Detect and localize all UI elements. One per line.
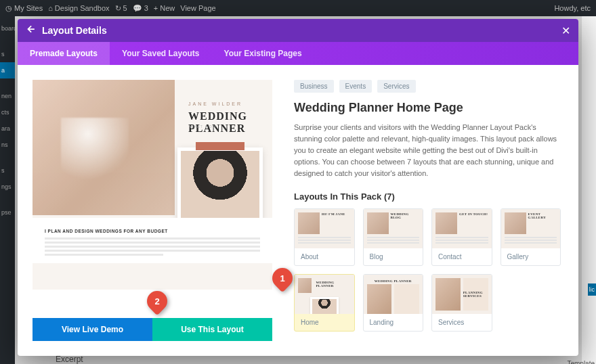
pack-card-landing[interactable]: WEDDING PLANNERLanding [363, 274, 424, 332]
preview-strip-heading: I PLAN AND DESIGN WEDDINGS FOR ANY BUDGE… [45, 229, 260, 233]
preview-hero-image [33, 80, 175, 215]
modal-header: Layout Details ✕ [18, 19, 578, 42]
pack-label: Services [432, 314, 492, 331]
pack-card-services[interactable]: PLANNING SERVICESServices [431, 274, 492, 332]
sidebar-item[interactable]: pse [0, 204, 15, 221]
pack-card-contact[interactable]: GET IN TOUCH!Contact [431, 208, 492, 266]
adminbar-comments[interactable]: 💬 3 [133, 4, 148, 13]
pack-label: Blog [364, 248, 423, 265]
preview-badge [196, 142, 244, 150]
home-icon: ⌂ [48, 4, 53, 12]
pack-card-gallery[interactable]: EVENT GALLERYGallery [501, 208, 561, 266]
pack-thumb: EVENT GALLERY [501, 209, 561, 248]
sidebar-item[interactable] [0, 37, 15, 46]
pack-section-heading: Layouts In This Pack (7) [294, 191, 561, 202]
modal-tabs: Premade LayoutsYour Saved LayoutsYour Ex… [18, 42, 578, 65]
pack-thumb: WEDDING PLANNER [295, 275, 354, 314]
layout-heading: Wedding Planner Home Page [294, 101, 561, 115]
preview-text-strip: I PLAN AND DESIGN WEDDINGS FOR ANY BUDGE… [33, 218, 272, 263]
sidebar-item[interactable]: cts [0, 104, 15, 120]
adminbar-site-name[interactable]: ⌂ Design Sandbox [48, 4, 109, 12]
modal-title: Layout Details [42, 25, 107, 36]
close-icon[interactable]: ✕ [561, 24, 570, 37]
details-column: BusinessEventsServices Wedding Planner H… [287, 65, 578, 356]
preview-column: JANE WILDER WEDDING PLANNER WHAT I DO I … [18, 65, 287, 356]
view-live-demo-button[interactable]: View Live Demo [33, 318, 152, 341]
plus-icon: + [154, 4, 158, 12]
wp-logo-icon: ◷ [5, 4, 12, 13]
publish-button-partial[interactable]: lic [588, 283, 597, 296]
pack-card-home[interactable]: WEDDING PLANNERHome [294, 274, 355, 332]
pack-label: Contact [432, 248, 492, 265]
tab-premade-layouts[interactable]: Premade Layouts [18, 42, 110, 65]
sidebar-item[interactable]: board [0, 20, 15, 37]
layout-preview: JANE WILDER WEDDING PLANNER WHAT I DO I … [33, 80, 272, 290]
pack-thumb: HI! I'M JANE [295, 209, 354, 248]
pack-card-about[interactable]: HI! I'M JANEAbout [294, 208, 355, 266]
preview-tagline: WHAT I DO [190, 124, 216, 129]
tab-your-existing-pages[interactable]: Your Existing Pages [212, 42, 314, 65]
adminbar-view-page[interactable]: View Page [180, 4, 215, 12]
sidebar-item[interactable]: ara [0, 120, 15, 137]
pack-label: Gallery [501, 248, 561, 265]
sidebar-item[interactable] [0, 78, 15, 88]
sidebar-item[interactable]: ngs [0, 179, 15, 195]
sidebar-item[interactable]: a [0, 62, 15, 78]
pack-thumb: PLANNING SERVICES [432, 275, 492, 314]
pack-thumb: GET IN TOUCH! [432, 209, 492, 248]
right-panel-partial: lic Template [581, 16, 596, 364]
layout-details-modal: Layout Details ✕ Premade LayoutsYour Sav… [18, 19, 578, 356]
comment-icon: 💬 [133, 4, 142, 13]
tag-services[interactable]: Services [377, 80, 415, 93]
layout-description: Surprise your clients and visitors with … [294, 122, 561, 179]
use-this-layout-button[interactable]: Use This Layout [152, 318, 272, 341]
sidebar-item[interactable]: s [0, 46, 15, 62]
adminbar-new[interactable]: + New [154, 4, 175, 12]
sidebar-item[interactable]: ns [0, 137, 15, 153]
pack-label: About [295, 248, 354, 265]
sidebar-item[interactable]: s [0, 162, 15, 179]
preview-text-lines [45, 237, 260, 256]
refresh-icon: ↻ [115, 4, 121, 13]
preview-subtitle: JANE WILDER [188, 101, 242, 106]
tag-business[interactable]: Business [294, 80, 334, 93]
adminbar-my-sites[interactable]: ◷ My Sites [5, 4, 43, 13]
adminbar-updates[interactable]: ↻ 5 [115, 4, 127, 13]
sidebar-item[interactable] [0, 153, 15, 162]
pack-grid: HI! I'M JANEAboutWEDDING BLOGBlogGET IN … [294, 208, 561, 332]
sidebar-item[interactable]: nen [0, 88, 15, 104]
wp-sidebar-partial: boardsanenctsaranssngspse [0, 16, 15, 364]
category-tags: BusinessEventsServices [294, 80, 561, 93]
sidebar-item[interactable] [0, 195, 15, 204]
pack-card-blog[interactable]: WEDDING BLOGBlog [363, 208, 424, 266]
tab-your-saved-layouts[interactable]: Your Saved Layouts [110, 42, 211, 65]
preview-title: WEDDING PLANNER [188, 110, 272, 135]
pack-label: Landing [364, 314, 423, 331]
pack-label: Home [295, 314, 354, 331]
pack-thumb: WEDDING BLOG [364, 209, 423, 248]
back-icon[interactable] [26, 24, 35, 37]
wp-admin-bar: ◷ My Sites ⌂ Design Sandbox ↻ 5 💬 3 + Ne… [0, 0, 596, 16]
preview-actions: View Live Demo Use This Layout [33, 318, 272, 341]
adminbar-howdy[interactable]: Howdy, etc [554, 4, 591, 12]
tag-events[interactable]: Events [339, 80, 372, 93]
pack-thumb: WEDDING PLANNER [364, 275, 423, 314]
